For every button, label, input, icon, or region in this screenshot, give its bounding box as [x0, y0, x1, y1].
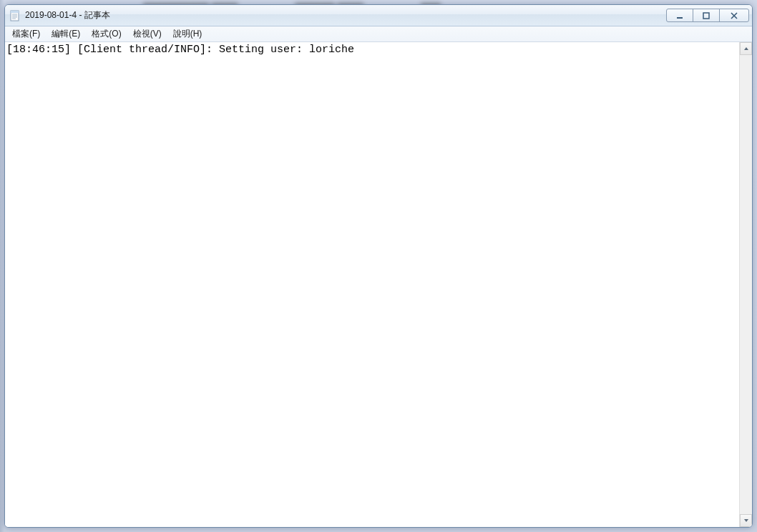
- svg-rect-6: [677, 17, 683, 19]
- text-editor[interactable]: [5, 42, 739, 527]
- notepad-icon: [9, 10, 21, 21]
- notepad-window: 2019-08-01-4 - 記事本 檔案(F) 編輯(E) 格式(O) 檢視(…: [4, 4, 753, 528]
- menu-help[interactable]: 說明(H): [167, 26, 208, 41]
- menu-view[interactable]: 檢視(V): [127, 26, 167, 41]
- menu-file[interactable]: 檔案(F): [6, 26, 46, 41]
- scroll-up-button[interactable]: [740, 42, 752, 55]
- window-title: 2019-08-01-4 - 記事本: [25, 9, 667, 21]
- vertical-scrollbar[interactable]: [739, 42, 752, 527]
- maximize-button[interactable]: [693, 9, 720, 22]
- minimize-button[interactable]: [666, 9, 693, 22]
- scroll-track[interactable]: [740, 55, 752, 514]
- svg-rect-1: [11, 11, 19, 13]
- window-controls: [667, 9, 749, 22]
- scroll-down-button[interactable]: [740, 514, 752, 527]
- close-button[interactable]: [719, 9, 749, 22]
- menu-edit[interactable]: 編輯(E): [46, 26, 86, 41]
- menubar: 檔案(F) 編輯(E) 格式(O) 檢視(V) 說明(H): [5, 26, 752, 42]
- titlebar[interactable]: 2019-08-01-4 - 記事本: [5, 5, 752, 26]
- content-area: [5, 42, 752, 527]
- svg-rect-7: [703, 13, 709, 19]
- menu-format[interactable]: 格式(O): [86, 26, 127, 41]
